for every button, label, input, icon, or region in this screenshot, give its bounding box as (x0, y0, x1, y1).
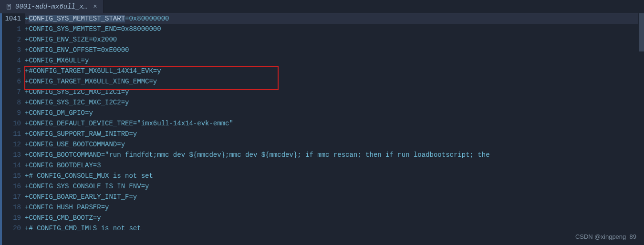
line-number: 15 (2, 171, 21, 181)
tab-filename: 0001-add-mx6ull_x… (15, 3, 87, 10)
line-number: 16 (2, 181, 21, 192)
code-area[interactable]: +CONFIG_SYS_MEMTEST_START=0x80000000+CON… (25, 13, 644, 245)
line-number: 8 (2, 97, 21, 108)
code-line[interactable]: +CONFIG_ENV_OFFSET=0xE0000 (25, 45, 644, 55)
code-line[interactable]: +CONFIG_SYS_I2C_MXC_I2C2=y (25, 97, 644, 108)
line-number: 3 (2, 45, 21, 55)
line-number: 6 (2, 76, 21, 87)
code-line[interactable]: +CONFIG_ENV_SIZE=0x2000 (25, 34, 644, 45)
code-line[interactable]: +CONFIG_HUSH_PARSER=y (25, 202, 644, 213)
line-number: 18 (2, 202, 21, 213)
watermark: CSDN @xingpeng_89 (575, 233, 636, 240)
line-number: 17 (2, 192, 21, 202)
code-line[interactable]: +CONFIG_SYS_I2C_MXC_I2C1=y (25, 87, 644, 97)
code-line[interactable]: +# CONFIG_CMD_IMLS is not set (25, 223, 644, 234)
line-number: 20 (2, 223, 21, 234)
line-number: 1041 (2, 13, 21, 24)
close-icon[interactable]: × (93, 3, 97, 10)
code-line[interactable]: +CONFIG_DEFAULT_DEVICE_TREE="imx6ull-14x… (25, 118, 644, 129)
line-number: 10 (2, 118, 21, 129)
line-number: 19 (2, 213, 21, 223)
code-line[interactable]: +CONFIG_USE_BOOTCOMMAND=y (25, 139, 644, 150)
file-icon (6, 3, 12, 10)
code-line[interactable]: +CONFIG_BOOTDELAY=3 (25, 160, 644, 171)
code-line[interactable]: +CONFIG_CMD_BOOTZ=y (25, 213, 644, 223)
line-number: 14 (2, 160, 21, 171)
code-line[interactable]: +CONFIG_MX6ULL=y (25, 55, 644, 66)
line-number: 9 (2, 108, 21, 118)
code-line[interactable]: +#CONFIG_TARGET_MX6ULL_14X14_EVK=y (25, 66, 644, 76)
file-tab[interactable]: 0001-add-mx6ull_x… × (0, 0, 104, 13)
line-number: 11 (2, 129, 21, 139)
line-number: 1 (2, 24, 21, 34)
line-number: 12 (2, 139, 21, 150)
code-line[interactable]: +# CONFIG_CONSOLE_MUX is not set (25, 171, 644, 181)
line-number: 7 (2, 87, 21, 97)
line-number: 13 (2, 150, 21, 160)
code-line[interactable]: +CONFIG_SYS_MEMTEST_END=0x88000000 (25, 24, 644, 34)
code-line[interactable]: +CONFIG_SYS_CONSOLE_IS_IN_ENV=y (25, 181, 644, 192)
line-number-gutter: 10411234567891011121314151617181920 (2, 13, 25, 245)
line-number: 2 (2, 34, 21, 45)
scrollbar-thumb[interactable] (639, 13, 644, 51)
tab-bar: 0001-add-mx6ull_x… × (0, 0, 644, 13)
code-line[interactable]: +CONFIG_BOARD_EARLY_INIT_F=y (25, 192, 644, 202)
editor: 10411234567891011121314151617181920 +CON… (0, 13, 644, 245)
code-line[interactable]: +CONFIG_BOOTCOMMAND="run findfdt;mmc dev… (25, 150, 644, 160)
code-line[interactable]: +CONFIG_TARGET_MX6ULL_XING_EMMC=y (25, 76, 644, 87)
code-line[interactable]: +CONFIG_SYS_MEMTEST_START=0x80000000 (25, 13, 644, 24)
code-line[interactable]: +CONFIG_DM_GPIO=y (25, 108, 644, 118)
code-line[interactable]: +CONFIG_SUPPORT_RAW_INITRD=y (25, 129, 644, 139)
scrollbar[interactable] (638, 13, 644, 245)
text-selection: CONFIG_SYS_MEMTEST_START (29, 15, 125, 22)
line-number: 5 (2, 66, 21, 76)
line-number: 4 (2, 55, 21, 66)
